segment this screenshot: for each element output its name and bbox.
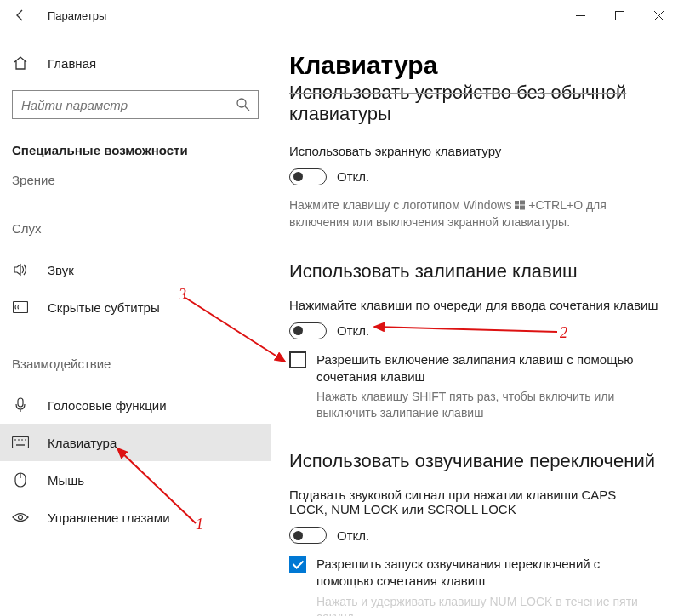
section-heading-device: Использовать устройство без обычной клав…	[289, 82, 661, 125]
windows-logo-icon	[515, 198, 525, 215]
svg-point-4	[237, 99, 246, 107]
sidebar-item-label: Голосовые функции	[48, 398, 167, 413]
page-title: Клавиатура	[289, 51, 661, 80]
sidebar-item-sound[interactable]: Звук	[12, 251, 259, 288]
section-heading-sticky: Использовать залипание клавиш	[289, 260, 661, 282]
osk-setting-label: Использовать экранную клавиатуру	[289, 144, 661, 158]
search-input-wrap[interactable]	[12, 90, 259, 119]
togglekeys-shortcut-label: Разрешить запуск озвучивания переключени…	[316, 556, 640, 590]
mouse-icon	[12, 472, 29, 488]
togglekeys-shortcut-checkbox[interactable]	[289, 556, 306, 573]
svg-point-16	[19, 516, 23, 520]
sidebar-item-subtitles[interactable]: Скрытые субтитры	[12, 288, 259, 326]
back-button[interactable]	[0, 0, 41, 31]
keyboard-icon	[12, 436, 29, 448]
sidebar-item-label: Звук	[48, 263, 74, 277]
svg-line-5	[245, 106, 249, 111]
search-icon	[236, 97, 251, 116]
togglekeys-setting-label: Подавать звуковой сигнал при нажатии кла…	[289, 488, 647, 516]
osk-toggle-state: Откл.	[337, 169, 369, 184]
sidebar-section-header: Специальные возможности	[12, 143, 259, 157]
content-pane: Клавиатура Использовать устройство без о…	[271, 31, 678, 616]
sticky-toggle-state: Откл.	[337, 323, 369, 338]
svg-rect-7	[18, 398, 23, 407]
sidebar-item-voice[interactable]: Голосовые функции	[12, 386, 259, 424]
microphone-icon	[12, 397, 29, 413]
arrow-left-icon	[14, 9, 27, 22]
home-icon	[12, 55, 29, 71]
sticky-shortcut-hint: Нажать клавишу SHIFT пять раз, чтобы вкл…	[316, 389, 657, 421]
sticky-shortcut-checkbox[interactable]	[289, 351, 306, 368]
togglekeys-shortcut-hint: Нажать и удерживать клавишу NUM LOCK в т…	[316, 594, 657, 616]
sidebar-item-label: Скрытые субтитры	[48, 300, 160, 315]
sidebar-item-label: Мышь	[48, 473, 84, 488]
sidebar-category-vision: Зрение	[12, 173, 259, 187]
sidebar-home-label: Главная	[48, 56, 96, 71]
speaker-icon	[12, 262, 29, 277]
osk-hint: Нажмите клавишу с логотипом Windows +CTR…	[289, 197, 647, 231]
sidebar-home[interactable]: Главная	[12, 48, 259, 78]
sidebar-item-label: Управление глазами	[48, 510, 170, 525]
titlebar: Параметры	[0, 0, 678, 31]
sidebar-item-keyboard[interactable]: Клавиатура	[0, 424, 271, 461]
window-title: Параметры	[48, 9, 106, 22]
sticky-shortcut-label: Разрешить включение залипания клавиш с п…	[316, 351, 640, 386]
section-heading-togglekeys: Использовать озвучивание переключений	[289, 450, 661, 472]
eye-icon	[12, 511, 29, 523]
sidebar-category-hearing: Слух	[12, 221, 259, 236]
sticky-toggle[interactable]	[289, 322, 327, 339]
captions-icon	[12, 301, 29, 313]
osk-toggle[interactable]	[289, 168, 327, 185]
svg-rect-17	[515, 201, 519, 205]
sidebar-item-mouse[interactable]: Мышь	[12, 461, 259, 499]
togglekeys-toggle[interactable]	[289, 527, 327, 544]
close-button[interactable]	[639, 0, 678, 31]
search-input[interactable]	[13, 91, 258, 118]
sidebar: Главная Специальные возможности Зрение С…	[0, 31, 271, 616]
sidebar-item-label: Клавиатура	[48, 436, 117, 450]
window-controls	[561, 0, 678, 31]
sidebar-category-interaction: Взаимодействие	[12, 356, 259, 371]
minimize-button[interactable]	[561, 0, 600, 31]
maximize-button[interactable]	[600, 0, 639, 31]
svg-rect-1	[615, 11, 624, 20]
sticky-setting-label: Нажимайте клавиши по очереди для ввода с…	[289, 298, 661, 312]
sidebar-item-eye[interactable]: Управление глазами	[12, 499, 259, 536]
togglekeys-toggle-state: Откл.	[337, 528, 369, 543]
svg-rect-8	[13, 437, 29, 448]
svg-rect-19	[515, 205, 519, 209]
